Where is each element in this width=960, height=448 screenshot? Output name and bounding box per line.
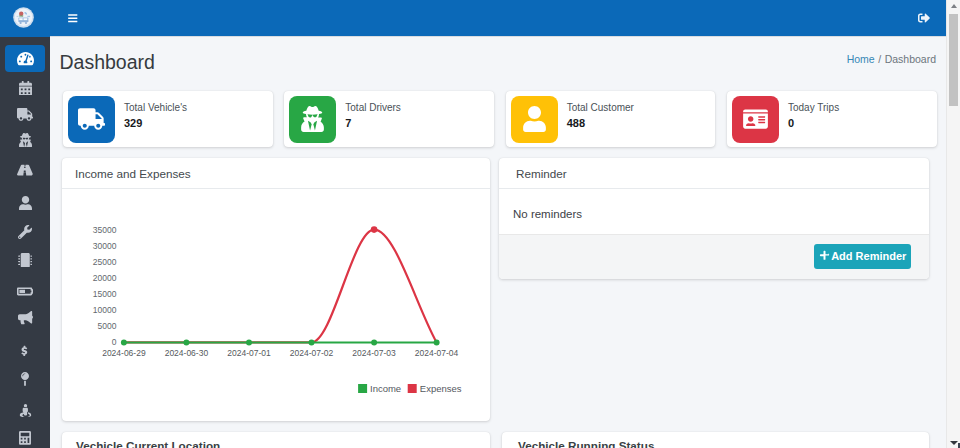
- svg-text:35000: 35000: [92, 225, 116, 235]
- svg-text:15000: 15000: [92, 289, 116, 299]
- svg-text:2024-07-01: 2024-07-01: [227, 348, 271, 358]
- svg-text:2024-07-02: 2024-07-02: [289, 348, 333, 358]
- svg-text:2024-07-04: 2024-07-04: [414, 348, 458, 358]
- svg-text:20000: 20000: [92, 273, 116, 283]
- svg-text:0: 0: [111, 337, 116, 347]
- svg-text:5000: 5000: [97, 321, 116, 331]
- svg-text:2024-07-03: 2024-07-03: [352, 348, 396, 358]
- svg-text:Income: Income: [370, 383, 401, 394]
- svg-text:30000: 30000: [92, 241, 116, 251]
- svg-text:10000: 10000: [92, 305, 116, 315]
- svg-text:2024-06-30: 2024-06-30: [164, 348, 208, 358]
- svg-text:25000: 25000: [92, 257, 116, 267]
- svg-text:Expenses: Expenses: [419, 383, 461, 394]
- svg-text:2024-06-29: 2024-06-29: [102, 348, 146, 358]
